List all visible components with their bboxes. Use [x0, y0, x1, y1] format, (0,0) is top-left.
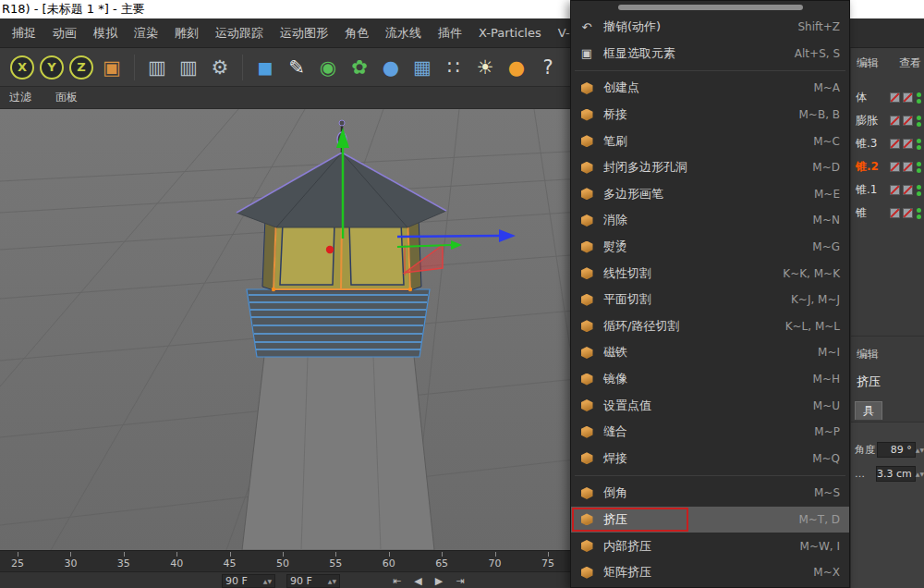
- object-tag-icons[interactable]: [887, 116, 913, 126]
- editor-visibility-dot[interactable]: [917, 162, 921, 166]
- menubar-item[interactable]: 流水线: [377, 25, 430, 42]
- tag-icon[interactable]: [890, 185, 900, 195]
- menu-item-line-cut[interactable]: 线性切割K~K, M~K: [571, 260, 849, 287]
- editor-visibility-dot[interactable]: [917, 116, 921, 120]
- object-row[interactable]: 锥.3: [851, 132, 924, 155]
- scrollbar-thumb[interactable]: [618, 5, 803, 10]
- editor-visibility-dot[interactable]: [917, 208, 921, 213]
- menu-item-bevel[interactable]: 倒角M~S: [571, 480, 849, 507]
- menubar-item[interactable]: 插件: [430, 25, 470, 42]
- tool-tab[interactable]: 具: [855, 401, 882, 420]
- tag-icon[interactable]: [903, 185, 913, 195]
- object-tag-icons[interactable]: [887, 185, 913, 195]
- editor-visibility-dot[interactable]: [917, 185, 921, 190]
- snap-dots-icon[interactable]: ∷: [439, 53, 468, 82]
- menu-item-iron[interactable]: 熨烫M~G: [571, 234, 849, 261]
- tag-icon[interactable]: [890, 162, 900, 172]
- menu-item-stitch[interactable]: 缝合M~P: [571, 419, 849, 446]
- om-menu-view[interactable]: 查看: [899, 55, 921, 71]
- visibility-dots[interactable]: [917, 115, 921, 128]
- menu-item-set-point-value[interactable]: 设置点值M~U: [571, 392, 849, 419]
- spinner-arrows-icon[interactable]: ▲▼: [916, 472, 924, 476]
- menu-item-bridge[interactable]: 桥接M~B, B: [571, 102, 849, 129]
- menu-item-brush[interactable]: 笔刷M~C: [571, 128, 849, 154]
- om-menu-edit[interactable]: 编辑: [857, 55, 879, 71]
- sky-icon[interactable]: ●: [502, 53, 531, 82]
- menubar-item[interactable]: 运动跟踪: [207, 25, 272, 42]
- deformer-icon[interactable]: ●: [376, 53, 406, 82]
- object-tag-icons[interactable]: [887, 92, 913, 103]
- tag-icon[interactable]: [903, 162, 913, 172]
- menu-item-extrude[interactable]: 挤压M~T, D: [571, 507, 849, 533]
- visibility-dots[interactable]: [917, 161, 921, 174]
- menubar-item[interactable]: 动画: [44, 25, 85, 42]
- light-icon[interactable]: ☀: [470, 53, 500, 82]
- visibility-dots[interactable]: [917, 184, 921, 197]
- menu-item-inner-extrude[interactable]: 内部挤压M~W, I: [571, 533, 849, 559]
- tag-icon[interactable]: [903, 116, 913, 126]
- editor-visibility-dot[interactable]: [917, 92, 921, 97]
- menubar-item[interactable]: 角色: [336, 25, 377, 42]
- lock-x-button[interactable]: X: [10, 55, 34, 80]
- menu-item-frame-selection[interactable]: ▣框显选取元素Alt+S, S: [571, 41, 849, 67]
- menubar-item[interactable]: 雕刻: [166, 25, 207, 42]
- attr-menu-edit[interactable]: 编辑: [857, 348, 879, 361]
- menu-item-weld[interactable]: 焊接M~Q: [571, 446, 849, 472]
- tag-icon[interactable]: [890, 116, 900, 126]
- render-visibility-dot[interactable]: [917, 214, 921, 219]
- menu-item-loop-path-cut[interactable]: 循环/路径切割K~L, M~L: [571, 313, 849, 340]
- editor-visibility-dot[interactable]: [917, 139, 921, 143]
- lattice-icon[interactable]: ▦: [407, 53, 437, 82]
- tag-icon[interactable]: [903, 208, 913, 218]
- render-visibility-dot[interactable]: [917, 168, 921, 173]
- go-to-end-button[interactable]: ⇥: [456, 575, 464, 587]
- spinner-arrows-icon[interactable]: ▲▼: [328, 579, 336, 583]
- spinner-arrows-icon[interactable]: ▲▼: [263, 579, 272, 583]
- tag-icon[interactable]: [890, 139, 900, 149]
- spline-pen-icon[interactable]: ✎: [282, 53, 311, 82]
- mograph-icon[interactable]: ✿: [345, 53, 374, 82]
- menu-item-magnet[interactable]: 磁铁M~I: [571, 339, 849, 366]
- menu-item-close-polygon-hole[interactable]: 封闭多边形孔洞M~D: [571, 154, 849, 181]
- field-offset-input[interactable]: 3.3 cm: [876, 466, 916, 482]
- menubar-item[interactable]: 模拟: [85, 25, 126, 42]
- coordinate-system-icon[interactable]: ▣: [97, 53, 127, 82]
- tag-icon[interactable]: [903, 139, 913, 149]
- object-row[interactable]: 锥: [851, 202, 924, 225]
- go-to-start-button[interactable]: ⇤: [393, 575, 401, 587]
- previous-frame-button[interactable]: ◀: [414, 575, 421, 587]
- frame-start-field[interactable]: 90 F ▲▼: [222, 574, 275, 588]
- menu-item-polygon-pen[interactable]: 多边形画笔M~E: [571, 181, 849, 208]
- object-row[interactable]: 锥.2: [851, 155, 924, 178]
- primitive-cube-icon[interactable]: ◼: [250, 53, 280, 82]
- menu-item-melt[interactable]: 消除M~N: [571, 207, 849, 234]
- spinner-arrows-icon[interactable]: ▲▼: [916, 447, 924, 452]
- render-visibility-dot[interactable]: [917, 191, 921, 196]
- help-icon[interactable]: ?: [533, 53, 563, 82]
- menu-item-matrix-extrude[interactable]: 矩阵挤压M~X: [571, 559, 849, 586]
- render-visibility-dot[interactable]: [917, 122, 921, 127]
- lock-y-button[interactable]: Y: [40, 55, 64, 80]
- visibility-dots[interactable]: [917, 138, 921, 151]
- render-visibility-dot[interactable]: [917, 99, 921, 104]
- lock-z-button[interactable]: Z: [69, 55, 93, 80]
- tag-icon[interactable]: [890, 92, 900, 103]
- object-tag-icons[interactable]: [887, 208, 913, 218]
- object-row[interactable]: 膨胀: [851, 109, 924, 132]
- context-menu-scrollbar[interactable]: [571, 1, 849, 14]
- menubar-item[interactable]: 渲染: [126, 25, 166, 42]
- render-settings-icon[interactable]: ⚙: [205, 53, 235, 82]
- play-button[interactable]: ▶: [435, 575, 443, 587]
- visibility-dots[interactable]: [917, 207, 921, 220]
- menu-item-plane-cut[interactable]: 平面切割K~J, M~J: [571, 287, 849, 313]
- render-view-icon[interactable]: ▥: [142, 53, 172, 82]
- menubar-item[interactable]: 捕捉: [4, 25, 44, 42]
- subdivision-surface-icon[interactable]: ◉: [313, 53, 343, 82]
- menu-item-create-point[interactable]: 创建点M~A: [571, 75, 849, 102]
- menubar-item[interactable]: X-Particles: [470, 26, 550, 40]
- gizmo-center-handle[interactable]: [326, 246, 334, 253]
- object-tag-icons[interactable]: [887, 139, 913, 149]
- field-angle-input[interactable]: 89 °: [877, 442, 915, 458]
- menu-item-undo[interactable]: ↶撤销(动作)Shift+Z: [571, 14, 849, 41]
- render-picture-viewer-icon[interactable]: ▥: [174, 53, 203, 82]
